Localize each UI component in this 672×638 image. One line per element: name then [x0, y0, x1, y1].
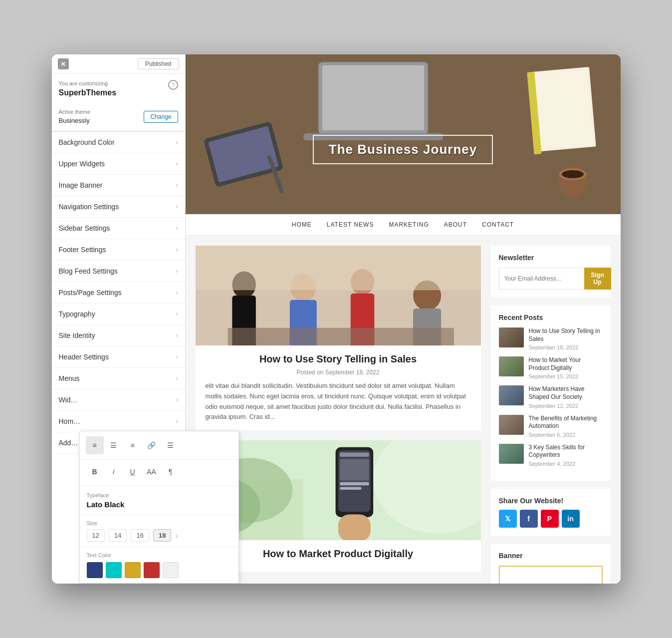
link-button[interactable]: 🔗: [143, 436, 161, 454]
nav-item-contact[interactable]: CONTACT: [482, 221, 514, 228]
share-title: Share Our Website!: [499, 497, 603, 505]
menu-item-header-settings[interactable]: Header Settings ›: [52, 346, 185, 368]
close-button[interactable]: ✕: [58, 58, 69, 69]
menu-item-image-banner[interactable]: Image Banner ›: [52, 175, 185, 196]
menu-item-posts-page-settings[interactable]: Posts/Page Settings ›: [52, 282, 185, 304]
color-swatches: [87, 562, 231, 578]
svg-rect-31: [340, 453, 369, 457]
menu-item-widgets[interactable]: Wid… ›: [52, 389, 185, 411]
list-button[interactable]: ☰: [162, 436, 180, 454]
hero-banner: The Business Journey: [186, 54, 621, 214]
menu-item-background-color[interactable]: Background Color ›: [52, 132, 185, 153]
twitter-share-button[interactable]: 𝕏: [499, 510, 517, 528]
menu-item-typography[interactable]: Typography ›: [52, 304, 185, 325]
menu-item-label: Wid…: [59, 396, 78, 404]
size-options: 12 14 16 18 ›: [87, 529, 231, 542]
recent-post-title-1[interactable]: How to Use Story Telling in Sales: [529, 327, 603, 343]
svg-rect-3: [322, 65, 424, 130]
menu-item-navigation-settings[interactable]: Navigation Settings ›: [52, 196, 185, 218]
menu-item-sidebar-settings[interactable]: Sidebar Settings ›: [52, 218, 185, 239]
menu-item-label: Posts/Page Settings: [59, 289, 122, 297]
text-color-section: Text Color: [80, 547, 238, 583]
active-theme-info: Active theme Businessly: [59, 108, 91, 126]
color-swatch-gold[interactable]: [125, 562, 141, 578]
menu-item-label: Image Banner: [59, 181, 103, 189]
menu-item-label: Hom…: [59, 417, 81, 425]
size-label: Size: [87, 520, 231, 526]
newsletter-email-input[interactable]: [499, 268, 584, 290]
nav-item-about[interactable]: ABOUT: [444, 221, 467, 228]
newsletter-signup-button[interactable]: Sign Up: [584, 268, 611, 290]
color-swatch-cyan[interactable]: [106, 562, 122, 578]
recent-post-title-4[interactable]: The Benefits of Marketing Automation: [529, 415, 603, 430]
published-badge: Published: [138, 58, 179, 69]
typography-toolbar-row2: B i U AA ¶: [80, 460, 238, 486]
align-right-button[interactable]: ≡: [124, 436, 142, 454]
linkedin-share-button[interactable]: in: [562, 510, 580, 528]
change-theme-button[interactable]: Change: [144, 111, 178, 123]
color-swatch-white[interactable]: [163, 562, 179, 578]
customizer-header: ✕ Published You are customizing SuperbTh…: [52, 54, 185, 132]
website-preview: The Business Journey HOME LATEST NEWS MA…: [186, 54, 621, 584]
align-left-button[interactable]: ≡: [86, 436, 104, 454]
chevron-right-icon: ›: [176, 203, 178, 210]
recent-post-date-5: September 4, 2022: [529, 461, 603, 467]
typeface-label: Typeface: [87, 492, 231, 498]
chevron-right-icon: ›: [176, 396, 178, 403]
align-center-button[interactable]: ☰: [105, 436, 123, 454]
recent-post-info-1: How to Use Story Telling in Sales Septem…: [529, 327, 603, 350]
menu-item-label: Blog Feed Settings: [59, 267, 118, 275]
size-18-button[interactable]: 18: [153, 529, 171, 542]
menu-item-blog-feed-settings[interactable]: Blog Feed Settings ›: [52, 261, 185, 282]
italic-button[interactable]: i: [105, 463, 123, 481]
customizing-label: You are customizing: [59, 80, 108, 86]
color-swatch-navy[interactable]: [87, 562, 103, 578]
customizer-info: You are customizing SuperbThemes ?: [52, 74, 185, 104]
facebook-share-button[interactable]: f: [520, 510, 538, 528]
underline-button[interactable]: U: [124, 463, 142, 481]
recent-post-item-2: How to Market Your Product Digitally Sep…: [499, 356, 603, 379]
color-swatch-red[interactable]: [144, 562, 160, 578]
recent-post-date-1: September 18, 2022: [529, 344, 603, 350]
banner-title: Banner: [499, 552, 603, 560]
help-icon[interactable]: ?: [168, 80, 178, 90]
chevron-right-icon: ›: [176, 311, 178, 318]
font-size-button[interactable]: AA: [143, 463, 161, 481]
nav-item-home[interactable]: HOME: [292, 221, 312, 228]
recent-post-info-5: 3 Key Sales Skills for Copywriters Septe…: [529, 444, 603, 467]
recent-post-date-4: September 6, 2022: [529, 432, 603, 438]
size-16-button[interactable]: 16: [131, 529, 149, 542]
chevron-right-icon: ›: [176, 418, 178, 425]
menu-item-upper-widgets[interactable]: Upper Widgets ›: [52, 153, 185, 175]
size-14-button[interactable]: 14: [109, 529, 127, 542]
size-next-icon[interactable]: ›: [175, 532, 178, 540]
article-excerpt-1: elit vitae dui blandit sollicitudin. Ves…: [206, 381, 471, 422]
svg-rect-34: [340, 487, 361, 490]
typeface-section: Typeface Lato Black: [80, 486, 238, 515]
pinterest-share-button[interactable]: P: [541, 510, 559, 528]
nav-item-latest-news[interactable]: LATEST NEWS: [327, 221, 374, 228]
nav-item-marketing[interactable]: MARKETING: [389, 221, 429, 228]
recent-post-title-2[interactable]: How to Market Your Product Digitally: [529, 356, 603, 372]
paragraph-button[interactable]: ¶: [162, 463, 180, 481]
recent-post-item-4: The Benefits of Marketing Automation Sep…: [499, 415, 603, 438]
recent-post-title-5[interactable]: 3 Key Sales Skills for Copywriters: [529, 444, 603, 459]
recent-post-title-3[interactable]: How Marketers Have Shaped Our Society: [529, 385, 603, 401]
article-card-1: How to Use Story Telling in Sales Posted…: [196, 246, 481, 430]
recent-post-item-3: How Marketers Have Shaped Our Society Se…: [499, 385, 603, 408]
menu-item-label: Sidebar Settings: [59, 224, 110, 232]
sidebar: Newsletter Sign Up Recent Posts How to U…: [491, 246, 611, 584]
menu-item-footer-settings[interactable]: Footer Settings ›: [52, 239, 185, 261]
menu-item-menus[interactable]: Menus ›: [52, 368, 185, 389]
active-theme-row: Active theme Businessly Change: [52, 104, 185, 131]
menu-item-homepage[interactable]: Hom… ›: [52, 411, 185, 432]
chevron-right-icon: ›: [176, 375, 178, 382]
bold-button[interactable]: B: [86, 463, 104, 481]
chevron-right-icon: ›: [176, 225, 178, 232]
menu-item-site-identity[interactable]: Site Identity ›: [52, 325, 185, 346]
typography-popup: ≡ ☰ ≡ 🔗 ☰ B i U AA ¶ Typeface Lato Black…: [79, 431, 239, 584]
newsletter-widget: Newsletter Sign Up: [491, 246, 611, 298]
active-theme-label: Active theme: [59, 109, 91, 115]
size-12-button[interactable]: 12: [87, 529, 105, 542]
chevron-right-icon: ›: [176, 182, 178, 189]
